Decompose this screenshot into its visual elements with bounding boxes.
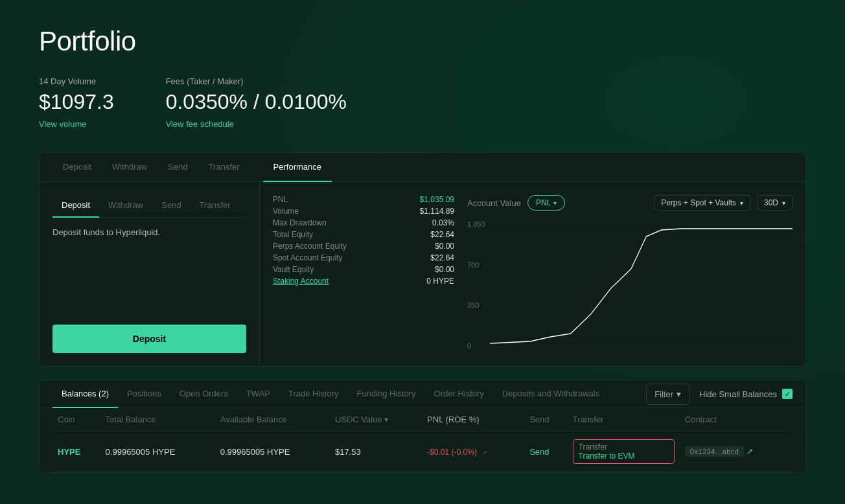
- bottom-tabs-right: Filter ▾ Hide Small Balances ✓: [646, 384, 793, 405]
- contract-address: 0x1234...abcd: [685, 446, 745, 457]
- view-fee-schedule-link[interactable]: View fee schedule: [166, 119, 234, 129]
- page-container: Portfolio 14 Day Volume $1097.3 View vol…: [0, 0, 845, 486]
- send-link[interactable]: Send: [529, 447, 549, 457]
- chart-svg: [490, 217, 793, 353]
- metric-staking-value: 0 HYPE: [426, 277, 454, 286]
- y-label-350: 350: [467, 301, 485, 309]
- contract-external-link-icon[interactable]: ↗: [747, 447, 753, 456]
- perps-spot-vaults-dropdown[interactable]: Perps + Spot + Vaults ▾: [654, 195, 750, 211]
- usdc-sort-icon: ▾: [384, 415, 389, 424]
- volume-stat: 14 Day Volume $1097.3 View volume: [39, 76, 114, 130]
- pnl-external-link-icon[interactable]: ↗: [482, 450, 489, 456]
- filter-chevron-icon: ▾: [677, 389, 681, 399]
- metric-total-equity-value: $22.64: [430, 230, 454, 239]
- time-period-label: 30D: [764, 198, 778, 207]
- col-header-pnl[interactable]: PNL (ROE %): [422, 408, 524, 431]
- bottom-tab-positions[interactable]: Positions: [118, 380, 170, 408]
- metric-pnl-value: $1,035.09: [420, 195, 454, 204]
- cell-contract: 0x1234...abcd ↗: [680, 431, 793, 472]
- pnl-pill[interactable]: PNL ▾: [527, 195, 565, 211]
- metric-pnl-label: PNL: [273, 195, 288, 204]
- pnl-value: -$0.01 (-0.0%): [427, 448, 477, 457]
- fees-value: 0.0350% / 0.0100%: [166, 90, 347, 114]
- metric-volume-label: Volume: [273, 207, 299, 216]
- bottom-tabs: Balances (2) Positions Open Orders TWAP …: [40, 380, 805, 408]
- deposit-tab-deposit[interactable]: Deposit: [52, 195, 99, 218]
- volume-label: 14 Day Volume: [39, 76, 114, 86]
- col-header-usdc-value: USDC Value ▾: [330, 408, 422, 431]
- pnl-pill-label: PNL: [536, 198, 551, 207]
- right-pane: PNL $1,035.09 Volume $1,114.89 Max Drawd…: [260, 182, 805, 366]
- bottom-tab-balances[interactable]: Balances (2): [52, 380, 118, 408]
- view-volume-link[interactable]: View volume: [39, 119, 86, 129]
- panel-tabs: Deposit Withdraw Send Transfer Performan…: [40, 153, 805, 182]
- chart-column: Account Value PNL ▾ Perps + Spot + Vault…: [467, 195, 793, 353]
- cell-usdc-value: $17.53: [330, 431, 422, 472]
- filter-label: Filter: [654, 389, 673, 399]
- transfer-to-evm-link[interactable]: Transfer to EVM: [579, 452, 669, 461]
- chart-area: 1,050 700 350 0: [467, 217, 793, 353]
- bottom-tab-twap[interactable]: TWAP: [237, 380, 279, 408]
- tab-send[interactable]: Send: [157, 153, 198, 182]
- hide-small-checkbox[interactable]: ✓: [782, 389, 793, 399]
- metric-pnl: PNL $1,035.09: [273, 195, 454, 204]
- bottom-tab-order-history[interactable]: Order History: [425, 380, 493, 408]
- transfer-cell: Transfer Transfer to EVM: [573, 439, 675, 464]
- metric-vault-equity-label: Vault Equity: [273, 265, 314, 274]
- page-title: Portfolio: [39, 26, 806, 57]
- metric-total-equity: Total Equity $22.64: [273, 230, 454, 239]
- metric-perps-equity-label: Perps Account Equity: [273, 242, 347, 251]
- tab-deposit[interactable]: Deposit: [52, 153, 102, 182]
- perf-row: PNL $1,035.09 Volume $1,114.89 Max Drawd…: [273, 195, 793, 353]
- cell-available-balance: 0.99965005 HYPE: [215, 431, 330, 472]
- cell-transfer: Transfer Transfer to EVM: [568, 431, 680, 472]
- deposit-sub-tabs: Deposit Withdraw Send Transfer: [52, 195, 246, 218]
- fees-stat: Fees (Taker / Maker) 0.0350% / 0.0100% V…: [166, 76, 347, 130]
- bottom-tab-funding-history[interactable]: Funding History: [348, 380, 425, 408]
- chart-y-labels: 1,050 700 350 0: [467, 217, 485, 353]
- tab-performance[interactable]: Performance: [263, 153, 332, 182]
- deposit-tab-send[interactable]: Send: [152, 195, 190, 218]
- filter-button[interactable]: Filter ▾: [646, 384, 689, 405]
- bottom-tab-deposits-withdrawals[interactable]: Deposits and Withdrawals: [493, 380, 608, 408]
- metric-spot-equity: Spot Account Equity $22.64: [273, 253, 454, 262]
- deposit-tab-withdraw[interactable]: Withdraw: [99, 195, 152, 218]
- chart-svg-wrapper: [490, 217, 793, 353]
- stats-row: 14 Day Volume $1097.3 View volume Fees (…: [39, 76, 806, 130]
- cell-coin: HYPE: [52, 431, 100, 472]
- chart-top-row: Account Value PNL ▾ Perps + Spot + Vault…: [467, 195, 793, 211]
- metric-vault-equity-value: $0.00: [435, 265, 454, 274]
- hide-small-balances-toggle[interactable]: Hide Small Balances ✓: [699, 389, 793, 399]
- hide-small-label: Hide Small Balances: [699, 389, 777, 399]
- balances-table: Coin Total Balance Available Balance USD…: [52, 408, 793, 472]
- transfer-link[interactable]: Transfer: [579, 442, 669, 452]
- metric-total-equity-label: Total Equity: [273, 230, 313, 239]
- volume-value: $1097.3: [39, 90, 114, 114]
- col-header-contract: Contract: [680, 408, 793, 431]
- tab-withdraw[interactable]: Withdraw: [102, 153, 157, 182]
- staking-account-link[interactable]: Staking Account: [273, 277, 329, 286]
- main-panel: Deposit Withdraw Send Transfer Performan…: [39, 152, 806, 367]
- table-row: HYPE 0.99965005 HYPE 0.99965005 HYPE $17…: [52, 431, 793, 472]
- deposit-tab-transfer[interactable]: Transfer: [191, 195, 240, 218]
- bottom-tab-trade-history[interactable]: Trade History: [279, 380, 348, 408]
- left-pane: Deposit Withdraw Send Transfer Deposit f…: [40, 182, 260, 366]
- cell-total-balance: 0.99965005 HYPE: [100, 431, 215, 472]
- tab-transfer[interactable]: Transfer: [198, 153, 250, 182]
- chevron-down-icon-3: ▾: [782, 200, 785, 207]
- coin-name-hype: HYPE: [58, 447, 80, 457]
- metrics-column: PNL $1,035.09 Volume $1,114.89 Max Drawd…: [273, 195, 454, 353]
- metric-staking: Staking Account 0 HYPE: [273, 277, 454, 286]
- metric-drawdown-label: Max Drawdown: [273, 218, 327, 227]
- deposit-button[interactable]: Deposit: [52, 325, 246, 353]
- col-header-send: Send: [524, 408, 567, 431]
- fees-label: Fees (Taker / Maker): [166, 76, 347, 86]
- metric-spot-equity-value: $22.64: [430, 253, 454, 262]
- panel-body: Deposit Withdraw Send Transfer Deposit f…: [40, 182, 805, 366]
- account-value-label: Account Value: [467, 198, 521, 208]
- bottom-tab-open-orders[interactable]: Open Orders: [170, 380, 237, 408]
- metric-spot-equity-label: Spot Account Equity: [273, 253, 342, 262]
- time-period-dropdown[interactable]: 30D ▾: [757, 195, 793, 211]
- cell-pnl: -$0.01 (-0.0%) ↗: [422, 431, 524, 472]
- col-header-transfer: Transfer: [568, 408, 680, 431]
